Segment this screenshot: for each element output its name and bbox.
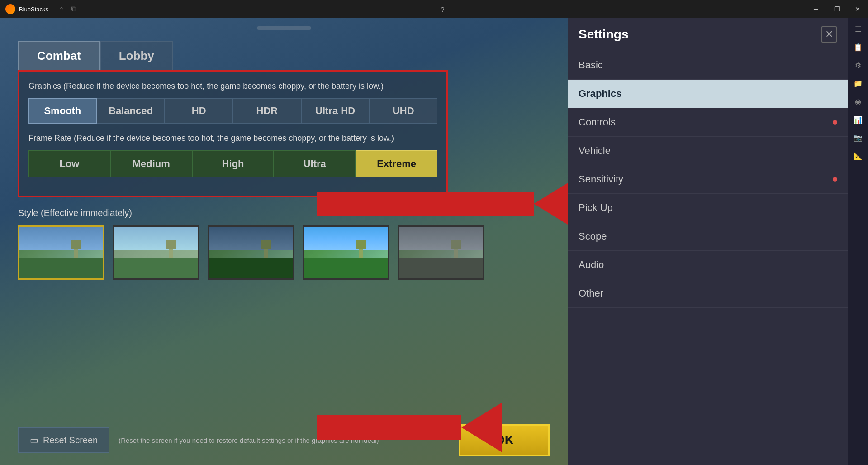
app-logo: BlueStacks	[0, 4, 54, 14]
arrow-framerate	[317, 179, 574, 229]
nav-dot-sensitivity	[833, 177, 837, 182]
graphics-hd-button[interactable]: HD	[165, 98, 233, 124]
nav-dot-controls	[833, 120, 837, 125]
fps-medium-button[interactable]: Medium	[110, 150, 192, 177]
framerate-options-row: Low Medium High Ultra Extreme	[28, 150, 437, 177]
graphics-balanced-button[interactable]: Balanced	[97, 98, 165, 124]
settings-menu: Settings ✕ Basic Graphics Controls Vehic…	[568, 18, 848, 465]
app-name: BlueStacks	[19, 6, 48, 13]
graphics-framerate-section: Graphics (Reduce if the device becomes t…	[18, 70, 448, 197]
nav-item-graphics[interactable]: Graphics	[568, 80, 848, 108]
sidebar-icon-1[interactable]: ☰	[851, 22, 865, 36]
sidebar-icon-3[interactable]: ⚙	[851, 58, 865, 72]
graphics-uhd-button[interactable]: UHD	[369, 98, 437, 124]
nav-item-pickup[interactable]: Pick Up	[568, 194, 848, 222]
nav-item-audio[interactable]: Audio	[568, 251, 848, 279]
fps-ultra-button[interactable]: Ultra	[274, 150, 356, 177]
reset-screen-button[interactable]: ▭ Reset Screen	[18, 427, 109, 453]
sidebar-icon-5[interactable]: ◉	[851, 94, 865, 109]
settings-title: Settings	[579, 27, 628, 42]
sidebar-icon-7[interactable]: 📷	[851, 130, 865, 145]
tab-combat[interactable]: Combat	[18, 41, 100, 70]
app-icon	[5, 4, 15, 14]
copy-icon[interactable]: ⧉	[71, 5, 76, 13]
nav-item-vehicle[interactable]: Vehicle	[568, 137, 848, 165]
graphics-hdr-button[interactable]: HDR	[233, 98, 301, 124]
nav-item-controls[interactable]: Controls	[568, 108, 848, 137]
home-icon[interactable]: ⌂	[59, 5, 64, 13]
reset-label: Reset Screen	[43, 435, 98, 446]
restore-button[interactable]: ❐	[826, 0, 847, 18]
style-thumb-2[interactable]	[113, 225, 199, 280]
fps-high-button[interactable]: High	[192, 150, 274, 177]
window-controls: ─ ❐ ✕	[806, 0, 868, 18]
settings-nav: Basic Graphics Controls Vehicle Sensitiv…	[568, 51, 848, 308]
fps-low-button[interactable]: Low	[28, 150, 110, 177]
nav-item-scope[interactable]: Scope	[568, 222, 848, 251]
nav-item-basic[interactable]: Basic	[568, 51, 848, 80]
arrow-ok	[317, 403, 502, 452]
nav-item-other[interactable]: Other	[568, 279, 848, 308]
settings-panel: Settings ✕ Basic Graphics Controls Vehic…	[568, 18, 868, 465]
right-sidebar: ☰ 📋 ⚙ 📁 ◉ 📊 📷 📐	[848, 18, 868, 465]
close-button[interactable]: ✕	[847, 0, 868, 18]
help-icon[interactable]: ?	[436, 3, 449, 15]
sidebar-icon-2[interactable]: 📋	[851, 40, 865, 54]
sidebar-icon-8[interactable]: 📐	[851, 149, 865, 163]
settings-header: Settings ✕	[568, 18, 848, 51]
sidebar-icon-4[interactable]: 📁	[851, 76, 865, 91]
style-thumb-1[interactable]	[18, 225, 104, 280]
main-content: Combat Lobby Graphics (Reduce if the dev…	[0, 18, 568, 465]
sidebar-icon-6[interactable]: 📊	[851, 112, 865, 127]
reset-icon: ▭	[30, 435, 38, 446]
tab-bar: Combat Lobby	[18, 41, 550, 70]
titlebar: BlueStacks ⌂ ⧉ ? ─ ❐ ✕	[0, 0, 868, 18]
titlebar-right-icons: ?	[436, 3, 449, 15]
tab-lobby[interactable]: Lobby	[100, 41, 173, 70]
fps-extreme-button[interactable]: Extreme	[356, 150, 437, 177]
graphics-options-row: Smooth Balanced HD HDR Ultra HD UHD	[28, 98, 437, 124]
graphics-smooth-button[interactable]: Smooth	[28, 98, 97, 124]
minimize-button[interactable]: ─	[806, 0, 826, 18]
settings-close-button[interactable]: ✕	[821, 26, 837, 43]
titlebar-nav-icons: ⌂ ⧉	[54, 5, 81, 13]
style-thumbnails-row	[18, 225, 550, 280]
nav-item-sensitivity[interactable]: Sensitivity	[568, 165, 848, 194]
style-thumb-4[interactable]	[303, 225, 389, 280]
style-thumb-3[interactable]	[208, 225, 294, 280]
framerate-label: Frame Rate (Reduce if the device becomes…	[28, 133, 437, 144]
style-thumb-5[interactable]	[398, 225, 484, 280]
graphics-label: Graphics (Reduce if the device becomes t…	[28, 81, 437, 92]
graphics-ultrahd-button[interactable]: Ultra HD	[301, 98, 370, 124]
